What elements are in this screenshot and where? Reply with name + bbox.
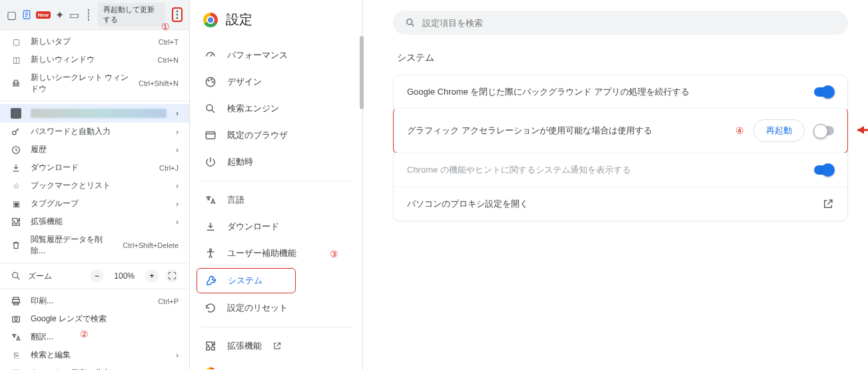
menu-label: 検索と編集 — [31, 349, 167, 361]
restart-button[interactable]: 再起動 — [753, 119, 805, 142]
menu-label: タブグループ — [31, 198, 167, 209]
shortcut: Ctrl+Shift+N — [139, 79, 179, 87]
settings-search[interactable] — [393, 11, 848, 35]
nav-system[interactable]: システム — [197, 268, 296, 293]
toggle-gpu-accel[interactable] — [814, 126, 834, 135]
menu-passwords[interactable]: パスワードと自動入力 › — [0, 123, 189, 141]
power-icon — [205, 156, 217, 168]
row-label: パソコンのプロキシ設定を開く — [407, 198, 822, 210]
avatar — [11, 108, 21, 119]
menu-lens[interactable]: Google レンズで検索 — [0, 310, 189, 328]
nav-about[interactable]: Chrome について — [190, 359, 362, 369]
nav-label: デザイン — [227, 76, 262, 88]
download-icon — [11, 163, 21, 173]
nav-default-browser[interactable]: 既定のブラウザ — [190, 122, 362, 149]
nav-search-engine[interactable]: 検索エンジン — [190, 95, 362, 122]
chevron-right-icon: › — [176, 217, 179, 227]
menu-zoom: ズーム − 100% + ⛶ — [0, 266, 189, 286]
menu-extensions[interactable]: 拡張機能 › — [0, 213, 189, 231]
shortcut: Ctrl+Shift+Delete — [123, 241, 179, 249]
chrome-icon — [205, 367, 217, 369]
row-system-notices: Chrome の機能やヒントに関するシステム通知を表示する — [394, 153, 847, 187]
svg-rect-12 — [13, 317, 20, 322]
shortcut: Ctrl+T — [159, 38, 179, 46]
menu-incognito[interactable]: 新しいシークレット ウィンドウ Ctrl+Shift+N — [0, 69, 189, 98]
menu-new-tab[interactable]: ▢ 新しいタブ Ctrl+T — [0, 33, 189, 51]
menu-cast[interactable]: キャスト、保存、共有 › — [0, 364, 189, 370]
menu-find[interactable]: ⎘ 検索と編集 › — [0, 346, 189, 364]
new-badge: New — [36, 11, 51, 19]
menu-label: 新しいシークレット ウィンドウ — [31, 72, 129, 95]
nav-extensions[interactable]: 拡張機能 — [190, 333, 362, 359]
svg-point-3 — [177, 17, 179, 19]
annotation-1: ① — [161, 21, 170, 32]
zoom-out-button[interactable]: − — [90, 269, 103, 283]
svg-point-19 — [211, 79, 213, 81]
row-proxy[interactable]: パソコンのプロキシ設定を開く — [394, 187, 847, 221]
divider — [201, 327, 352, 327]
wrench-icon — [205, 275, 217, 287]
menu-tabgroups[interactable]: ▣ タブグループ › — [0, 195, 189, 213]
update-restart-pill[interactable]: 再起動して更新する — [98, 3, 165, 27]
fullscreen-button[interactable]: ⛶ — [165, 269, 179, 283]
nav-label: Chrome について — [227, 367, 295, 369]
nav-label: ダウンロード — [227, 221, 279, 233]
menu-label: 閲覧履歴データを削除... — [31, 234, 113, 257]
nav-label: 起動時 — [227, 156, 253, 168]
menu-print[interactable]: 印刷... Ctrl+P — [0, 292, 189, 310]
nav-downloads[interactable]: ダウンロード — [190, 213, 362, 240]
nav-label: 既定のブラウザ — [227, 129, 288, 141]
nav-design[interactable]: デザイン — [190, 69, 362, 95]
chevron-right-icon: › — [176, 181, 179, 191]
menu-translate[interactable]: 翻訳... — [0, 328, 189, 346]
menu-label: 新しいタブ — [31, 36, 149, 47]
row-background-apps: Google Chrome を閉じた際にバックグラウンド アプリの処理を続行する — [394, 75, 847, 109]
annotation-3: ③ — [330, 249, 338, 259]
menu-label: ズーム — [28, 271, 83, 282]
toggle-background-apps[interactable] — [814, 87, 834, 97]
settings-title: 設定 — [226, 11, 252, 29]
find-icon: ⎘ — [11, 350, 21, 361]
zoom-value: 100% — [110, 271, 139, 281]
tabgroup-icon: ▣ — [11, 199, 21, 209]
sparkle-icon: ✦ — [55, 9, 65, 21]
scrollbar[interactable] — [360, 36, 364, 109]
svg-point-24 — [407, 19, 412, 25]
menu-new-window[interactable]: ◫ 新しいウィンドウ Ctrl+N — [0, 51, 189, 69]
window-icon: ◫ — [11, 55, 21, 65]
shortcut: Ctrl+N — [158, 56, 179, 64]
zoom-in-button[interactable]: + — [145, 269, 159, 283]
menu-clear-data[interactable]: 閲覧履歴データを削除... Ctrl+Shift+Delete — [0, 231, 189, 260]
nav-label: ユーザー補助機能 — [227, 247, 296, 259]
menu-label: キャスト、保存、共有 — [31, 367, 167, 370]
profile-name-blurred — [31, 109, 167, 118]
menu-label: パスワードと自動入力 — [31, 126, 167, 137]
nav-startup[interactable]: 起動時 — [190, 149, 362, 175]
menu-downloads[interactable]: ダウンロード Ctrl+J — [0, 159, 189, 177]
svg-rect-11 — [14, 302, 19, 305]
annotation-4: ④ — [735, 125, 744, 136]
history-icon — [11, 145, 21, 155]
print-icon — [11, 296, 21, 307]
profile-row[interactable]: › — [0, 104, 189, 123]
palette-icon — [205, 76, 217, 88]
chevron-right-icon: › — [176, 145, 179, 155]
lens-icon — [11, 314, 21, 325]
menu-label: 拡張機能 — [31, 216, 167, 227]
svg-point-1 — [177, 11, 179, 13]
divider — [201, 181, 352, 181]
svg-point-18 — [208, 80, 209, 81]
menu-bookmarks[interactable]: ☆ ブックマークとリスト › — [0, 177, 189, 195]
translate-icon — [11, 332, 21, 343]
svg-point-21 — [207, 105, 213, 111]
settings-header: 設定 — [190, 0, 362, 39]
search-icon — [405, 17, 416, 28]
nav-reset[interactable]: 設定のリセット — [190, 295, 362, 321]
language-icon — [205, 194, 217, 206]
kebab-menu-button[interactable] — [172, 7, 183, 22]
menu-history[interactable]: 履歴 › — [0, 141, 189, 159]
toggle-system-notices[interactable] — [814, 165, 834, 175]
nav-language[interactable]: 言語 — [190, 187, 362, 213]
search-input[interactable] — [422, 18, 836, 28]
nav-performance[interactable]: パフォーマンス — [190, 42, 362, 69]
